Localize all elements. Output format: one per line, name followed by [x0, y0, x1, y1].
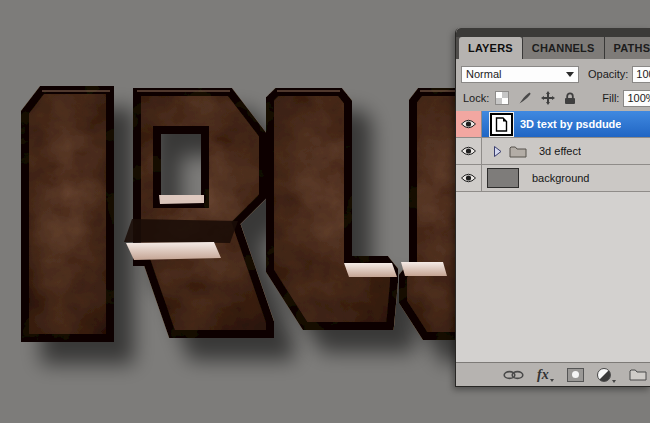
layer-list: 3D text by psddude 3d effect [456, 111, 650, 192]
eye-icon [461, 146, 476, 156]
padlock-icon [564, 92, 576, 105]
layer-name: background [532, 172, 590, 184]
letter-r-counter-highlight [159, 195, 204, 204]
opacity-field[interactable]: 100% [632, 66, 650, 83]
brush-icon [518, 91, 532, 105]
half-circle-glyph [597, 368, 611, 382]
fill-field[interactable]: 100% [623, 90, 650, 107]
tab-layers[interactable]: LAYERS [459, 37, 523, 59]
panel-tabs: LAYERS CHANNELS PATHS [456, 37, 650, 59]
layer-row-content: background [482, 165, 650, 191]
letter-u-left-highlight [344, 263, 397, 277]
panel-bottom-bar: fx [456, 362, 650, 386]
move-icon [541, 91, 555, 105]
panel-controls: Normal Opacity: 100% Lock: [456, 59, 650, 111]
layer-name: 3d effect [539, 145, 581, 157]
triangle-right-icon[interactable] [493, 146, 502, 157]
fx-glyph: fx [537, 369, 549, 381]
visibility-toggle[interactable] [456, 138, 482, 164]
layer-thumbnail[interactable] [487, 168, 519, 188]
letter-r-body [137, 92, 270, 334]
chevron-down-icon [566, 72, 574, 77]
fill-label: Fill: [602, 92, 619, 104]
new-group-icon[interactable] [629, 368, 647, 381]
blend-mode-row: Normal Opacity: 100% [461, 63, 646, 85]
letter-u-left [270, 92, 394, 326]
letter-r-underbevel [124, 219, 238, 243]
eye-icon [461, 119, 476, 129]
lock-row: Lock: Fill: 100% [461, 87, 646, 109]
folder-icon [629, 368, 647, 381]
mask-glyph [567, 368, 584, 382]
layer-row-background[interactable]: background [456, 165, 650, 192]
blend-mode-select[interactable]: Normal [461, 66, 579, 83]
layer-row-3d-text[interactable]: 3D text by psddude [456, 111, 650, 138]
tab-paths[interactable]: PATHS [605, 37, 650, 59]
fill-value: 100% [627, 92, 650, 104]
layer-mask-icon[interactable] [567, 368, 584, 382]
letter-r-left-bar [25, 90, 110, 338]
lock-all-padlock-icon[interactable] [564, 92, 576, 105]
opacity-value: 100% [636, 68, 650, 80]
folder-icon[interactable] [509, 145, 527, 158]
layer-row-content: 3d effect [482, 138, 650, 164]
visibility-toggle[interactable] [456, 111, 482, 137]
lock-pixels-brush-icon[interactable] [518, 91, 532, 105]
link-layers-icon[interactable] [503, 370, 524, 380]
chain-icon [503, 370, 524, 380]
layer-row-3d-effect[interactable]: 3d effect [456, 138, 650, 165]
tab-channels[interactable]: CHANNELS [523, 37, 605, 59]
mini-chevron-icon [612, 380, 616, 383]
layer-list-empty-area [456, 192, 650, 362]
panel-header-strip[interactable] [456, 28, 650, 37]
layer-row-content: 3D text by psddude [482, 111, 650, 137]
visibility-toggle[interactable] [456, 165, 482, 191]
layer-name: 3D text by psddude [520, 118, 621, 130]
blend-mode-value: Normal [466, 68, 501, 80]
adjustment-layer-icon[interactable] [597, 368, 616, 382]
lock-label: Lock: [463, 92, 489, 104]
layers-panel: LAYERS CHANNELS PATHS Normal Opacity: 10… [455, 28, 650, 387]
page-icon [495, 117, 508, 132]
lock-position-move-icon[interactable] [541, 91, 555, 105]
lock-transparency-checkerboard-icon[interactable] [495, 91, 509, 105]
letter-u-right-highlight [401, 262, 447, 276]
eye-icon [461, 173, 476, 183]
letter-r-highlight [126, 242, 221, 260]
layer-styles-icon[interactable]: fx [537, 369, 554, 381]
smart-object-thumbnail[interactable] [490, 113, 513, 136]
mask-circle [572, 371, 579, 378]
opacity-label: Opacity: [588, 68, 628, 80]
mini-chevron-icon [550, 379, 554, 382]
